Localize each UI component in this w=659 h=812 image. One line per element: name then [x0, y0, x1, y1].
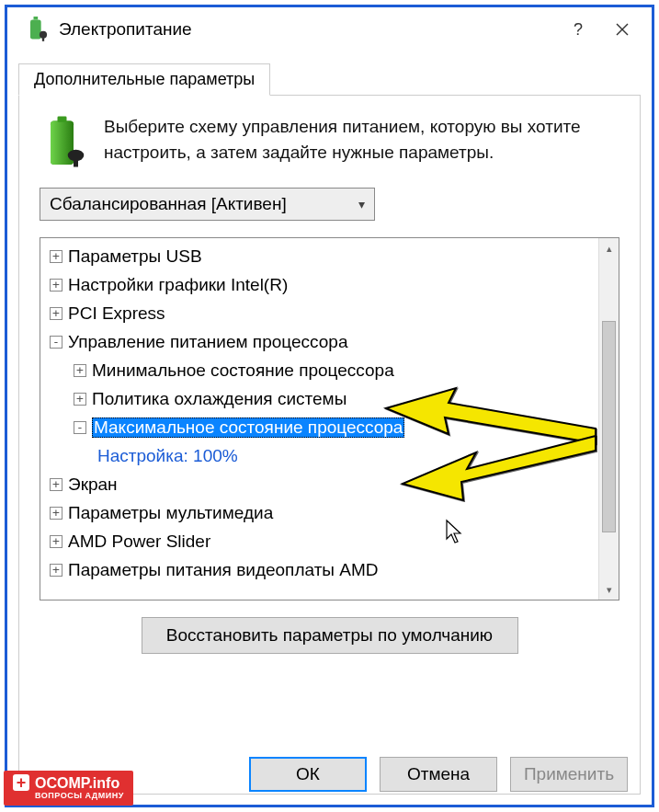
- intro-block: Выберите схему управления питанием, кото…: [40, 114, 619, 169]
- help-button[interactable]: ?: [556, 7, 600, 51]
- svg-point-9: [68, 150, 85, 162]
- tree-item-amd-gpu-power[interactable]: + Параметры питания видеоплаты AMD: [40, 555, 598, 584]
- power-icon: [24, 17, 50, 42]
- watermark-badge: +OCOMP.info ВОПРОСЫ АДМИНУ: [4, 771, 133, 806]
- battery-icon: [40, 114, 89, 169]
- expander-icon[interactable]: +: [50, 478, 62, 491]
- scroll-down-icon[interactable]: ▾: [599, 579, 619, 600]
- close-button[interactable]: [600, 7, 644, 51]
- power-plan-value: Сбалансированная [Активен]: [50, 194, 287, 214]
- svg-rect-3: [42, 38, 44, 41]
- tree-item-intel-graphics[interactable]: + Настройки графики Intel(R): [40, 270, 598, 299]
- expander-icon[interactable]: +: [50, 250, 62, 263]
- tab-content: Выберите схему управления питанием, кото…: [18, 96, 641, 795]
- cancel-button[interactable]: Отмена: [380, 757, 497, 792]
- tree-item-cpu-min-state[interactable]: + Минимальное состояние процессора: [40, 356, 598, 384]
- settings-tree: + Параметры USB + Настройки графики Inte…: [40, 237, 619, 600]
- expander-icon[interactable]: +: [50, 535, 62, 548]
- intro-text: Выберите схему управления питанием, кото…: [104, 114, 619, 165]
- svg-rect-0: [30, 20, 41, 40]
- tree-item-cooling-policy[interactable]: + Политика охлаждения системы: [40, 384, 598, 413]
- svg-rect-8: [58, 117, 67, 122]
- tree-item-multimedia[interactable]: + Параметры мультимедиа: [40, 498, 598, 527]
- expander-icon[interactable]: +: [50, 279, 62, 292]
- expander-icon[interactable]: +: [50, 507, 62, 520]
- svg-rect-1: [34, 17, 39, 20]
- svg-point-2: [40, 31, 47, 39]
- ok-button[interactable]: ОК: [249, 757, 367, 792]
- tree-item-max-state-setting[interactable]: Настройка: 100%: [40, 441, 598, 470]
- tabbar: Дополнительные параметры: [18, 59, 641, 96]
- tree-item-usb[interactable]: + Параметры USB: [40, 242, 598, 270]
- restore-defaults-button[interactable]: Восстановить параметры по умолчанию: [142, 617, 518, 654]
- apply-button[interactable]: Применить: [510, 757, 628, 792]
- tree-item-display[interactable]: + Экран: [40, 470, 598, 498]
- collapse-icon[interactable]: -: [74, 421, 86, 434]
- scrollbar[interactable]: ▴ ▾: [598, 238, 619, 600]
- window-title: Электропитание: [59, 19, 556, 40]
- close-icon: [616, 23, 629, 36]
- power-plan-select[interactable]: Сбалансированная [Активен] ▾: [40, 188, 375, 221]
- watermark-brand: OCOMP.info: [35, 775, 119, 791]
- tree-item-cpu-power[interactable]: - Управление питанием процессора: [40, 327, 598, 356]
- watermark-subtitle: ВОПРОСЫ АДМИНУ: [35, 792, 124, 800]
- expander-icon[interactable]: +: [50, 564, 62, 577]
- expander-icon[interactable]: +: [74, 364, 86, 377]
- tree-item-amd-power-slider[interactable]: + AMD Power Slider: [40, 527, 598, 555]
- chevron-down-icon: ▾: [358, 197, 365, 212]
- plus-icon: +: [13, 774, 29, 791]
- scroll-up-icon[interactable]: ▴: [599, 238, 619, 258]
- collapse-icon[interactable]: -: [50, 336, 62, 349]
- scroll-thumb[interactable]: [602, 321, 616, 532]
- expander-icon[interactable]: +: [74, 393, 86, 406]
- tree-item-pci-express[interactable]: + PCI Express: [40, 299, 598, 327]
- dialog-footer: ОК Отмена Применить: [249, 757, 628, 792]
- titlebar: Электропитание ?: [7, 7, 652, 51]
- tree-item-cpu-max-state[interactable]: - Максимальное состояние процессора: [40, 413, 598, 441]
- tab-additional-params[interactable]: Дополнительные параметры: [18, 63, 270, 96]
- expander-icon[interactable]: +: [50, 307, 62, 320]
- svg-rect-10: [74, 160, 78, 167]
